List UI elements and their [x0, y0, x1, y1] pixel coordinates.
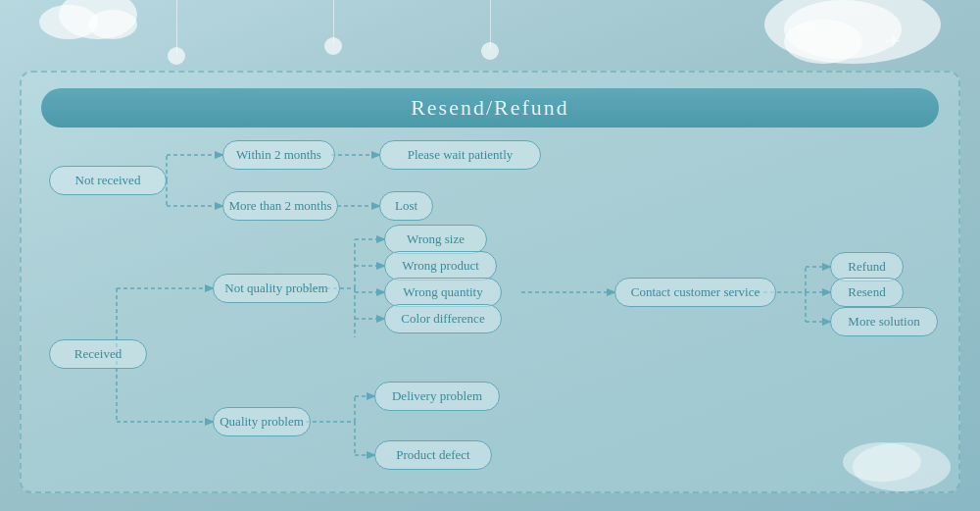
within-2months-node: Within 2 months — [222, 140, 335, 170]
contact-customer-service-node: Contact customer service — [614, 278, 776, 307]
please-wait-node: Please wait patiently — [379, 140, 541, 170]
color-difference-node: Color difference — [384, 304, 502, 333]
more-than-2months-node: More than 2 months — [222, 191, 338, 221]
not-quality-problem-node: Not quality problem — [213, 274, 340, 303]
cloud-6 — [784, 20, 862, 64]
product-defect-node: Product defect — [374, 440, 492, 470]
title-bar: Resend/Refund — [41, 88, 939, 128]
cloud-3 — [88, 10, 137, 39]
received-node: Received — [49, 339, 147, 369]
wrong-product-node: Wrong product — [384, 251, 497, 281]
resend-node: Resend — [830, 278, 904, 307]
wrong-quantity-node: Wrong quantity — [384, 278, 502, 307]
hang-ball-2 — [324, 37, 342, 55]
not-received-node: Not received — [49, 166, 167, 195]
hang-string-1 — [176, 0, 177, 54]
more-solution-node: More solution — [830, 307, 938, 336]
delivery-problem-node: Delivery problem — [374, 382, 500, 411]
main-container: Resend/Refund — [20, 71, 960, 493]
hang-ball-3 — [481, 42, 499, 60]
quality-problem-node: Quality problem — [213, 407, 311, 436]
plane-icon: ✈ — [885, 29, 902, 53]
wrong-size-node: Wrong size — [384, 225, 487, 254]
hang-ball-1 — [168, 47, 185, 65]
lost-node: Lost — [379, 191, 433, 221]
page-title: Resend/Refund — [411, 95, 569, 121]
